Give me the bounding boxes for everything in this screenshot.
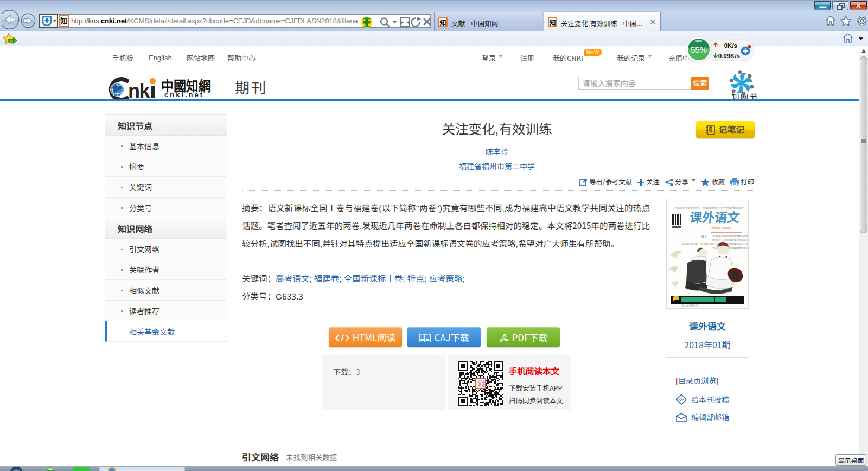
svg-text:课外语文: 课外语文 bbox=[689, 207, 741, 226]
svg-text:阅读: 阅读 bbox=[477, 383, 486, 389]
svg-text:01· 与名师对话: 01· 与名师对话 bbox=[682, 304, 699, 307]
svg-text:本刊网址·在线投稿快捷方便欢迎投稿(免收审稿): 本刊网址·在线投稿快捷方便欢迎投稿(免收审稿) bbox=[712, 234, 748, 238]
svg-text:01: 01 bbox=[701, 233, 706, 239]
svg-text:0K/s: 0K/s bbox=[724, 42, 737, 49]
svg-text:Kewai Yuwen: Kewai Yuwen bbox=[711, 225, 731, 230]
svg-text:55%: 55% bbox=[691, 45, 707, 54]
svg-text:2018年第1期 总第394期: 2018年第1期 总第394期 bbox=[682, 241, 713, 245]
svg-text:教师与个人订阅投稿有奖计划活动进行中,欢迎参加: 教师与个人订阅投稿有奖计划活动进行中,欢迎参加 bbox=[712, 238, 748, 241]
svg-text:nk: nk bbox=[128, 80, 150, 101]
svg-text:个人订阅投稿·教师随身最佳伴侣刊·精品期刊: 个人订阅投稿·教师随身最佳伴侣刊·精品期刊 bbox=[712, 242, 748, 245]
svg-text:0.09K/s: 0.09K/s bbox=[718, 53, 740, 59]
